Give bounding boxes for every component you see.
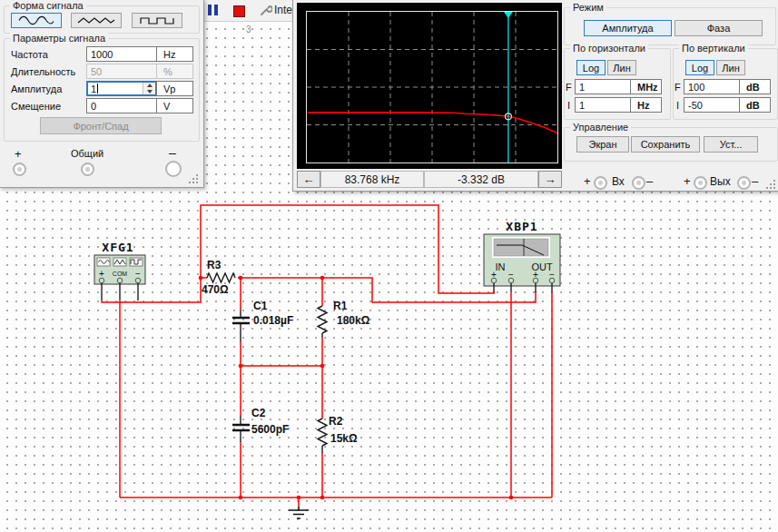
xfg1-ref-label[interactable]: XFG1 (102, 241, 133, 254)
r1-ref-label[interactable]: R1 (333, 300, 348, 312)
signal-params-group-label: Параметры сигнала (10, 33, 108, 44)
out-label: Вых (710, 175, 731, 188)
c1-ref-label[interactable]: C1 (253, 300, 268, 312)
stop-button[interactable] (233, 5, 245, 17)
in-plus-terminal[interactable] (594, 176, 607, 190)
horizontal-initial-label: I (567, 100, 570, 111)
waveform-group-label: Форма сигнала (10, 0, 86, 11)
cursor-readout-bar: ← 83.768 kHz -3.332 dB → (297, 171, 562, 188)
triangle-wave-button[interactable] (71, 13, 122, 28)
horizontal-log-button[interactable]: Log (576, 60, 606, 75)
offset-label: Смещение (11, 101, 61, 112)
offset-unit: V (156, 98, 193, 113)
cursor-frequency-readout: 83.768 kHz (320, 171, 424, 188)
component-r3[interactable]: R3 470Ω (202, 259, 235, 296)
xfg1-plus-label: + (99, 269, 104, 279)
c1-value-label[interactable]: 0.018µF (253, 314, 293, 327)
cursor-right-button[interactable]: → (538, 171, 562, 188)
xbp1-ref-label[interactable]: XBP1 (506, 220, 537, 233)
square-wave-icon (139, 15, 175, 26)
vertical-initial-unit: dB (739, 97, 771, 113)
cursor-db-readout: -3.332 dB (424, 171, 538, 188)
function-generator-window: Форма сигнала Параметры сигнала Частота … (0, 0, 204, 188)
r3-value-label[interactable]: 470Ω (202, 283, 229, 296)
xfg1-com-label: COM (113, 271, 128, 277)
spinner-down-icon[interactable] (143, 89, 155, 95)
xfg1-waveform-icons (97, 258, 143, 266)
fg-common-terminal[interactable] (81, 163, 94, 176)
cursor-left-button[interactable]: ← (297, 171, 320, 188)
in-minus-terminal[interactable] (632, 176, 645, 190)
phase-mode-button[interactable]: Фаза (675, 20, 763, 36)
sine-wave-button[interactable] (11, 13, 62, 28)
component-r2[interactable]: R2 15kΩ (318, 415, 358, 453)
vertical-group-label: По вертикали (679, 43, 748, 54)
horizontal-final-label: F (566, 82, 572, 93)
component-xbp1[interactable]: XBP1 IN OUT + − + − (484, 220, 560, 292)
vertical-log-button[interactable]: Log (685, 60, 714, 75)
pause-icon (214, 5, 218, 15)
component-r1[interactable]: R1 180kΩ (318, 300, 370, 338)
amplitude-mode-button[interactable]: Амплитуда (584, 20, 672, 36)
out-minus-terminal[interactable] (737, 176, 751, 190)
horizontal-final-input[interactable]: 1 (575, 79, 631, 94)
out-plus-terminal[interactable] (694, 176, 707, 190)
vertical-lin-button[interactable]: Лин (716, 60, 745, 75)
frequency-label: Частота (11, 49, 48, 60)
r2-value-label[interactable]: 15kΩ (330, 432, 358, 445)
ruler-mark: 3 (246, 25, 251, 34)
xfg1-minus-label: − (135, 269, 141, 279)
bode-resize-grip[interactable] (766, 178, 777, 189)
r2-ref-label[interactable]: R2 (329, 415, 343, 428)
in-plus-label: + (584, 174, 591, 188)
mode-group-label: Режим (570, 2, 606, 13)
frequency-input[interactable]: 1000 (86, 46, 157, 62)
vertical-initial-input[interactable]: -50 (684, 97, 740, 113)
left-arrow-icon: ← (303, 172, 315, 186)
r3-ref-label[interactable]: R3 (207, 259, 222, 271)
right-arrow-icon: → (545, 172, 556, 186)
component-xfg1[interactable]: XFG1 + COM − (94, 241, 145, 300)
horizontal-initial-unit: Hz (630, 97, 662, 113)
bode-plot-area[interactable] (306, 11, 558, 163)
bode-plotter-window: ← 83.768 kHz -3.332 dB → Режим Амплитуда… (292, 0, 778, 192)
amplitude-spinner[interactable] (143, 83, 155, 94)
save-button[interactable]: Сохранить (631, 136, 700, 153)
r1-value-label[interactable]: 180kΩ (337, 314, 370, 327)
cursor-handle-icon[interactable] (504, 12, 513, 18)
horizontal-lin-button[interactable]: Лин (607, 60, 636, 75)
text-caret (97, 84, 98, 94)
horizontal-final-unit: MHz (630, 79, 662, 94)
out-plus-label: + (684, 174, 691, 188)
offset-value: 0 (91, 101, 96, 112)
wrench-icon[interactable] (260, 4, 272, 16)
c2-ref-label[interactable]: C2 (251, 407, 266, 419)
control-group-label: Управление (570, 122, 631, 133)
square-wave-button[interactable] (132, 13, 182, 28)
set-button[interactable]: Уст... (704, 136, 758, 153)
bode-display (297, 3, 562, 169)
resize-grip[interactable] (189, 172, 200, 183)
frequency-value: 1000 (91, 49, 113, 60)
in-minus-label: – (646, 174, 653, 188)
pause-button[interactable] (206, 0, 222, 21)
c2-value-label[interactable]: 5600pF (251, 423, 289, 436)
vertical-final-input[interactable]: 100 (684, 79, 740, 94)
component-c1[interactable]: C1 0.018µF (232, 300, 293, 342)
screen-button[interactable]: Экран (576, 136, 629, 153)
vertical-final-label: F (675, 82, 681, 93)
amplitude-input[interactable]: 1 (86, 81, 157, 96)
horizontal-initial-input[interactable]: 1 (575, 97, 631, 113)
fg-plus-terminal[interactable] (13, 163, 26, 176)
component-ground[interactable] (289, 507, 309, 518)
fg-common-terminal-label: Общий (71, 148, 103, 159)
in-label: Вх (612, 175, 625, 188)
duty-input: 50 (86, 64, 157, 79)
vertical-initial-label: I (676, 100, 679, 111)
horizontal-group-label: По горизонтали (570, 43, 648, 54)
fg-minus-terminal[interactable] (165, 161, 182, 177)
offset-input[interactable]: 0 (86, 98, 157, 113)
edge-button: Фронт/Спад (40, 117, 162, 134)
wire-junctions (199, 276, 514, 500)
frequency-unit: Hz (156, 46, 193, 62)
